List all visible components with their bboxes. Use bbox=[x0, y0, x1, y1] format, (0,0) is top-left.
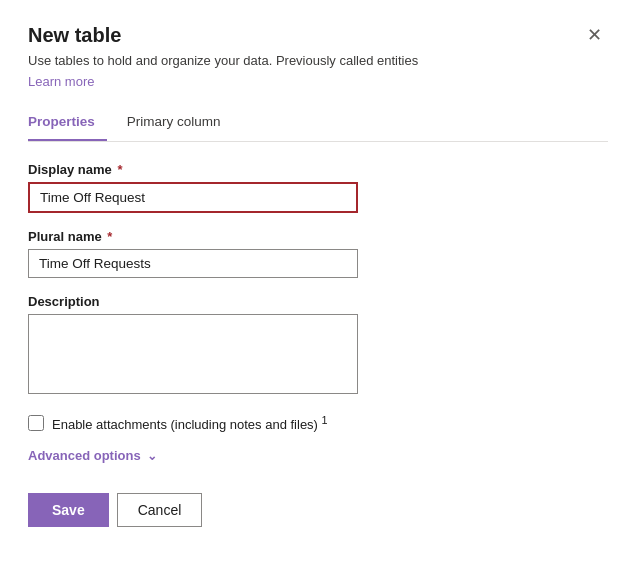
attachments-checkbox[interactable] bbox=[28, 415, 44, 431]
dialog-footer: Save Cancel bbox=[28, 493, 608, 527]
display-name-input[interactable] bbox=[28, 182, 358, 213]
required-star-display: * bbox=[114, 162, 123, 177]
checkbox-superscript: 1 bbox=[322, 414, 328, 426]
attachments-label: Enable attachments (including notes and … bbox=[52, 414, 328, 432]
dialog-title: New table bbox=[28, 24, 121, 47]
description-input[interactable] bbox=[28, 314, 358, 394]
cancel-button[interactable]: Cancel bbox=[117, 493, 203, 527]
display-name-group: Display name * bbox=[28, 162, 608, 213]
advanced-options-toggle[interactable]: Advanced options ⌄ bbox=[28, 448, 608, 463]
required-star-plural: * bbox=[104, 229, 113, 244]
plural-name-label: Plural name * bbox=[28, 229, 608, 244]
dialog-header: New table ✕ bbox=[28, 24, 608, 47]
save-button[interactable]: Save bbox=[28, 493, 109, 527]
chevron-down-icon: ⌄ bbox=[147, 449, 157, 463]
display-name-label: Display name * bbox=[28, 162, 608, 177]
attachments-checkbox-row: Enable attachments (including notes and … bbox=[28, 414, 608, 432]
description-group: Description bbox=[28, 294, 608, 398]
learn-more-link[interactable]: Learn more bbox=[28, 74, 94, 89]
advanced-options-label: Advanced options bbox=[28, 448, 141, 463]
close-button[interactable]: ✕ bbox=[581, 24, 608, 46]
dialog-subtitle: Use tables to hold and organize your dat… bbox=[28, 53, 608, 68]
description-label: Description bbox=[28, 294, 608, 309]
new-table-dialog: New table ✕ Use tables to hold and organ… bbox=[0, 0, 636, 588]
plural-name-group: Plural name * bbox=[28, 229, 608, 278]
tabs-container: Properties Primary column bbox=[28, 106, 608, 142]
tab-properties[interactable]: Properties bbox=[28, 106, 107, 141]
tab-primary-column[interactable]: Primary column bbox=[127, 106, 233, 141]
plural-name-input[interactable] bbox=[28, 249, 358, 278]
